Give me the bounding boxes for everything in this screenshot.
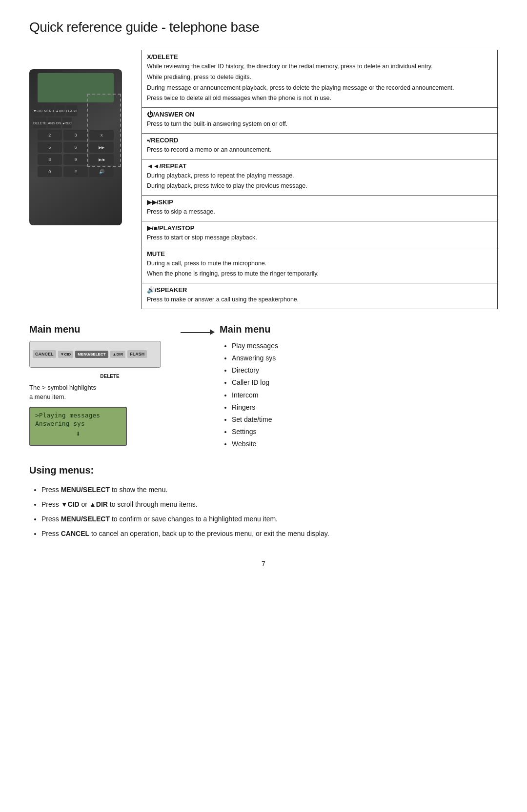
menu-item-callerid: Caller ID log (232, 376, 498, 389)
ref-section-speaker: 🔊/SPEAKER Press to make or answer a call… (142, 283, 497, 309)
menu-item-answering: Answering sys (232, 352, 498, 364)
phone-btn-menu: MENU (44, 105, 54, 116)
using-menus-item-3: Press MENU/SELECT to confirm or save cha… (41, 512, 498, 526)
delete-label-row: DELETE (44, 374, 176, 379)
phone-key-3: 3 (63, 130, 88, 140)
ref-title-repeat: ◄◄/REPEAT (147, 162, 492, 170)
phone-btn-dir: ▲DIR (56, 105, 65, 116)
ref-body-speaker: Press to make or answer a call using the… (147, 295, 492, 304)
phone-btn-delete: DELETE (33, 118, 46, 128)
phone-btn-cid: ▼CID (33, 105, 42, 116)
menu-item-intercom: Intercom (232, 389, 498, 401)
ref-body-xdelete: While reviewing the caller ID history, t… (147, 62, 492, 103)
menu-item-settings: Settings (232, 426, 498, 438)
base-control-img: CANCEL ▼CID MENU/SELECT ▲DIR FLASH (29, 341, 161, 368)
ref-title-speaker: 🔊/SPEAKER (147, 286, 492, 294)
main-menu-list: Play messages Answering sys Directory Ca… (220, 340, 498, 451)
ref-section-answer-on: ⏻/ANSWER ON Press to turn the built-in a… (142, 108, 497, 134)
using-menus-item-2: Press ▼CID or ▲DIR to scroll through men… (41, 497, 498, 511)
main-menu-heading-left: Main menu (29, 324, 176, 335)
arrow-line (181, 332, 210, 333)
phone-key-2: 2 (38, 130, 62, 140)
ref-title-xdelete: X/DELETE (147, 53, 492, 60)
arrow-connector (176, 324, 220, 451)
ref-title-record: •/RECORD (147, 137, 492, 144)
phone-btn-flash: FLASH (66, 105, 78, 116)
ref-section-skip: ▶▶/SKIP Press to skip a message. (142, 196, 497, 221)
phone-key-8: 8 (38, 154, 62, 165)
main-menu-section: Main menu CANCEL ▼CID MENU/SELECT ▲DIR F… (29, 324, 498, 451)
symbol-text-line2: a menu item. (29, 393, 66, 400)
page-number: 7 (29, 560, 498, 568)
phone-btn-answer: ANS ON (48, 118, 61, 128)
using-menus-bold-cancel: CANCEL (61, 530, 89, 537)
main-menu-right: Main menu Play messages Answering sys Di… (220, 324, 498, 451)
using-menus-item-4: Press CANCEL to cancel an operation, bac… (41, 527, 498, 540)
phone-image-area: ▼CID MENU ▲DIR FLASH DELETE ANS ON ●REC … (29, 69, 127, 309)
ref-section-record: •/RECORD Press to record a memo or an an… (142, 134, 497, 159)
ref-body-mute: During a call, press to mute the microph… (147, 259, 492, 279)
using-menus-section: Using menus: Press MENU/SELECT to show t… (29, 465, 498, 540)
phone-key-0: 0 (38, 166, 62, 177)
using-menus-bold-dir: ▲DIR (89, 500, 108, 508)
page-title: Quick reference guide - telephone base (29, 20, 498, 35)
ref-section-repeat: ◄◄/REPEAT During playback, press to repe… (142, 159, 497, 196)
ref-body-repeat: During playback, press to repeat the pla… (147, 171, 492, 191)
ref-body-record: Press to record a memo or an announcemen… (147, 145, 492, 155)
phone-key-6: 6 (63, 142, 88, 153)
ref-title-mute: MUTE (147, 250, 492, 257)
main-menu-left: Main menu CANCEL ▼CID MENU/SELECT ▲DIR F… (29, 324, 176, 451)
menu-item-datetime: Set date/time (232, 414, 498, 426)
delete-label-text: DELETE (100, 374, 119, 379)
phone-key-hash: # (63, 166, 88, 177)
using-menus-bold-menu-select-2: MENU/SELECT (61, 515, 110, 523)
top-section: ▼CID MENU ▲DIR FLASH DELETE ANS ON ●REC … (29, 50, 498, 309)
phone-illustration: ▼CID MENU ▲DIR FLASH DELETE ANS ON ●REC … (29, 69, 122, 225)
ref-body-answer-on: Press to turn the built-in answering sys… (147, 119, 492, 129)
ctrl-menu-select: MENU/SELECT (75, 351, 108, 358)
using-menus-list: Press MENU/SELECT to show the menu. Pres… (29, 483, 498, 540)
menu-item-website: Website (232, 438, 498, 450)
using-menus-heading: Using menus: (29, 465, 498, 476)
symbol-text-line1: The > symbol highlights (29, 384, 96, 391)
using-menus-bold-menu-select-1: MENU/SELECT (61, 486, 110, 494)
ref-body-skip: Press to skip a message. (147, 207, 492, 217)
phone-key-speaker: 🔊 (89, 166, 114, 177)
ref-body-play-stop: Press to start or stop message playback. (147, 233, 492, 242)
ref-title-play-stop: ▶/■/PLAY/STOP (147, 224, 492, 232)
ref-section-mute: MUTE During a call, press to mute the mi… (142, 247, 497, 284)
ctrl-dir: ▲DIR (110, 351, 126, 358)
ref-section-play-stop: ▶/■/PLAY/STOP Press to start or stop mes… (142, 221, 497, 247)
dashed-highlight-box (87, 94, 121, 167)
menu-item-directory: Directory (232, 364, 498, 376)
lcd-arrow: ⬇ (35, 429, 121, 438)
symbol-text: The > symbol highlights a menu item. (29, 383, 176, 402)
phone-btn-record: ●REC (62, 118, 72, 128)
using-menus-bold-cid: ▼CID (61, 500, 80, 508)
menu-item-play: Play messages (232, 340, 498, 352)
phone-key-5: 5 (38, 142, 62, 153)
using-menus-item-1: Press MENU/SELECT to show the menu. (41, 483, 498, 496)
ref-title-skip: ▶▶/SKIP (147, 198, 492, 206)
ctrl-cid: ▼CID (58, 351, 74, 358)
reference-box: X/DELETE While reviewing the caller ID h… (142, 50, 498, 309)
menu-item-ringers: Ringers (232, 401, 498, 414)
main-menu-heading-right: Main menu (220, 324, 498, 335)
ctrl-flash: FLASH (127, 350, 147, 358)
arrow-head (210, 329, 215, 335)
phone-key-9: 9 (63, 154, 88, 165)
lcd-display: >Playing messages Answering sys ⬇ (29, 407, 127, 446)
lcd-line-1: >Playing messages (35, 412, 121, 419)
ref-section-xdelete: X/DELETE While reviewing the caller ID h… (142, 50, 497, 108)
lcd-line-2: Answering sys (35, 420, 121, 427)
ctrl-cancel: CANCEL (33, 350, 56, 358)
ref-title-answer-on: ⏻/ANSWER ON (147, 111, 492, 118)
